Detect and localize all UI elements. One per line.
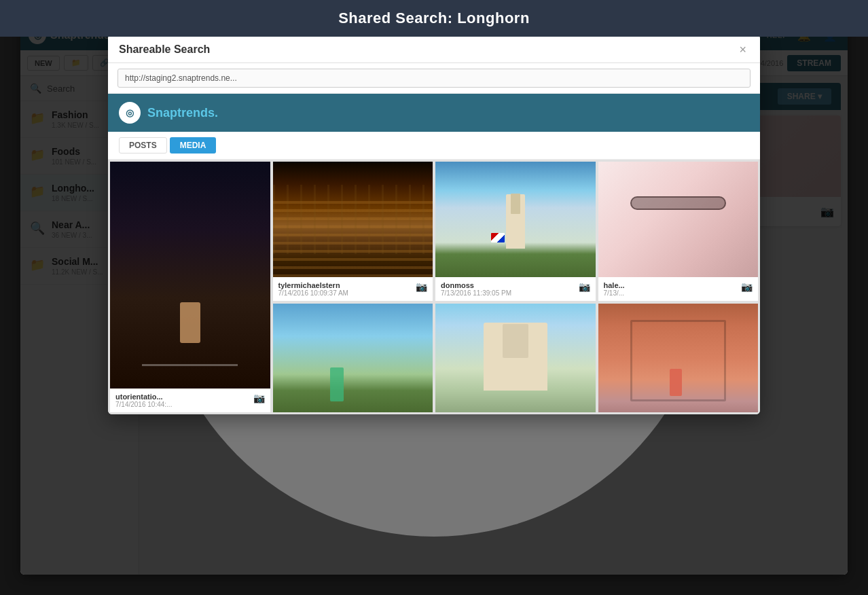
media-date: 7/14/2016 10:44:...	[115, 401, 172, 408]
media-card-red-building	[598, 303, 759, 413]
modal-overlay: Shareable Search × ◎ Snaptrends. POSTS M…	[20, 20, 848, 575]
media-user: tylermichaelstern	[278, 281, 348, 289]
media-card-glasses: hale... 7/13/... 📷	[598, 161, 759, 302]
instagram-icon: 📷	[741, 281, 753, 292]
modal-url-bar	[108, 63, 760, 94]
brand-name: Snaptrends.	[147, 106, 218, 120]
media-user: hale...	[604, 281, 625, 289]
media-card-tower: donmoss 7/13/2016 11:39:05 PM 📷	[435, 161, 596, 302]
modal-media-grid: utorientatio... 7/14/2016 10:44:... 📷	[108, 160, 760, 414]
modal-header: Shareable Search ×	[108, 34, 760, 63]
media-date: 7/14/2016 10:09:37 AM	[278, 289, 348, 297]
media-date: 7/13/2016 11:39:05 PM	[441, 289, 511, 297]
modal-tabs: POSTS MEDIA	[108, 132, 760, 160]
media-date: 7/13/...	[604, 289, 625, 297]
shareable-search-modal: Shareable Search × ◎ Snaptrends. POSTS M…	[108, 34, 760, 414]
media-card-girl-tower	[272, 303, 434, 413]
media-user: utorientatio...	[115, 393, 172, 401]
tab-media[interactable]: MEDIA	[170, 137, 217, 154]
media-user: donmoss	[441, 281, 511, 289]
brand-logo: ◎	[119, 102, 141, 124]
tab-posts[interactable]: POSTS	[119, 137, 167, 154]
modal-brand-header: ◎ Snaptrends.	[108, 94, 760, 132]
media-card-tower2	[435, 303, 596, 413]
shared-search-title: Shared Search: Longhorn	[0, 0, 868, 37]
modal-url-input[interactable]	[117, 69, 751, 88]
modal-title: Shareable Search	[119, 43, 210, 56]
instagram-icon: 📷	[416, 281, 427, 292]
background-app: ◎ Snaptrends. TRENDS MAPPING SAVED SEARC…	[20, 20, 848, 575]
instagram-icon: 📷	[253, 393, 265, 403]
media-card-theater: tylermichaelstern 7/14/2016 10:09:37 AM …	[272, 161, 434, 302]
modal-close-button[interactable]: ×	[736, 43, 749, 56]
instagram-icon: 📷	[579, 281, 590, 292]
media-card-presenter: utorientatio... 7/14/2016 10:44:... 📷	[109, 161, 271, 413]
